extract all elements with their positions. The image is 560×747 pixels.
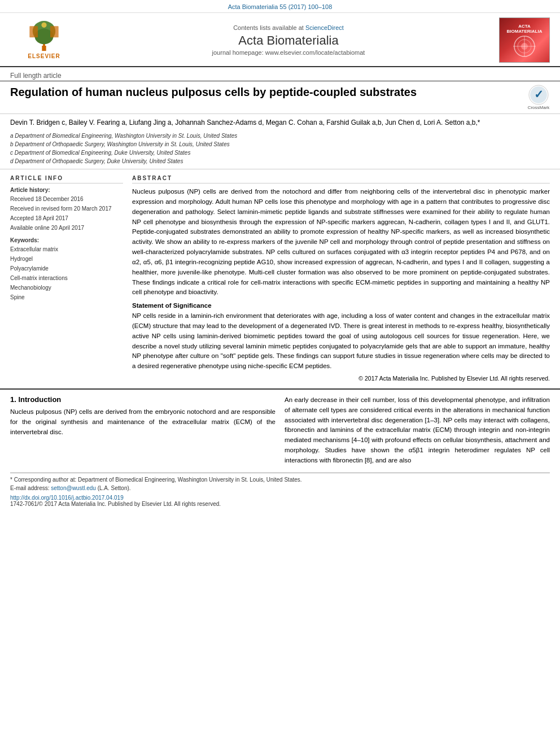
affiliation-b: b Department of Orthopaedic Surgery, Was… bbox=[10, 140, 550, 148]
article-history-label: Article history: bbox=[10, 187, 123, 193]
intro-left-col: 1. Introduction Nucleus pulposus (NP) ce… bbox=[10, 395, 275, 466]
abstract-header: Abstract bbox=[132, 175, 550, 184]
keyword-5: Mechanobiology bbox=[10, 283, 123, 292]
science-direct-text: Contents lists available at ScienceDirec… bbox=[78, 24, 499, 31]
article-type: Full length article bbox=[0, 67, 560, 81]
article-dates: Received 18 December 2016 Received in re… bbox=[10, 194, 123, 233]
intro-right-text: An early decrease in their cell number, … bbox=[285, 395, 550, 466]
affiliation-c: c Department of Biomedical Engineering, … bbox=[10, 148, 550, 157]
keyword-3: Polyacrylamide bbox=[10, 264, 123, 273]
article-title: Regulation of human nucleus pulposus cel… bbox=[10, 85, 522, 99]
intro-left-text: Nucleus pulposus (NP) cells are derived … bbox=[10, 407, 275, 437]
center-info: Contents lists available at ScienceDirec… bbox=[78, 24, 499, 56]
journal-title: Acta Biomaterialia bbox=[78, 33, 499, 48]
authors-text: Devin T. Bridgen c, Bailey V. Fearing a,… bbox=[10, 119, 480, 126]
svg-rect-5 bbox=[50, 26, 59, 37]
article-info-header: Article Info bbox=[10, 175, 123, 184]
keyword-6: Spine bbox=[10, 292, 123, 302]
keyword-4: Cell-matrix interactions bbox=[10, 273, 123, 283]
svg-text:✓: ✓ bbox=[534, 88, 544, 101]
copyright-line: © 2017 Acta Materialia Inc. Published by… bbox=[132, 375, 550, 382]
intro-title: 1. Introduction bbox=[10, 395, 275, 404]
top-bar: Acta Biomaterialia 55 (2017) 100–108 bbox=[0, 0, 560, 13]
svg-point-6 bbox=[41, 23, 46, 28]
elsevier-label: ELSEVIER bbox=[28, 53, 60, 59]
email-note: E-mail address: setton@wustl.edu (L.A. S… bbox=[10, 484, 550, 492]
received-date: Received 18 December 2016 bbox=[10, 194, 123, 204]
keyword-1: Extracellular matrix bbox=[10, 244, 123, 254]
issn-text: 1742-7061/© 2017 Acta Materialia Inc. Pu… bbox=[10, 501, 550, 507]
available-online-date: Available online 20 April 2017 bbox=[10, 223, 123, 233]
doi-link[interactable]: http://dx.doi.org/10.1016/j.actbio.2017.… bbox=[10, 495, 550, 501]
elsevier-logo: ELSEVIER bbox=[10, 21, 78, 59]
significance-text: NP cells reside in a laminin-rich enviro… bbox=[132, 311, 550, 372]
keyword-2: Hydrogel bbox=[10, 254, 123, 264]
accepted-date: Accepted 18 April 2017 bbox=[10, 213, 123, 223]
svg-rect-4 bbox=[29, 26, 38, 37]
science-direct-link[interactable]: ScienceDirect bbox=[305, 24, 344, 31]
affiliations-section: a Department of Biomedical Engineering, … bbox=[0, 130, 560, 169]
intro-right-col: An early decrease in their cell number, … bbox=[285, 395, 550, 466]
introduction-section: 1. Introduction Nucleus pulposus (NP) ce… bbox=[0, 390, 560, 466]
email-link[interactable]: setton@wustl.edu bbox=[51, 485, 96, 491]
affiliation-d: d Department of Orthopaedic Surgery, Duk… bbox=[10, 157, 550, 165]
crossmark-label: CrossMark bbox=[528, 105, 550, 110]
crossmark[interactable]: ✓ CrossMark bbox=[527, 85, 550, 110]
footnote-section: * Corresponding author at: Department of… bbox=[10, 473, 550, 507]
cover-text-top: ACTABIOMATERIALIA bbox=[506, 23, 544, 35]
revised-date: Received in revised form 20 March 2017 bbox=[10, 204, 123, 213]
article-info-column: Article Info Article history: Received 1… bbox=[10, 175, 123, 382]
two-col-section: Article Info Article history: Received 1… bbox=[0, 169, 560, 382]
corresponding-author-note: * Corresponding author at: Department of… bbox=[10, 475, 550, 484]
article-title-section: Regulation of human nucleus pulposus cel… bbox=[0, 81, 560, 114]
keywords-list: Extracellular matrix Hydrogel Polyacryla… bbox=[10, 244, 123, 302]
journal-citation: Acta Biomaterialia 55 (2017) 100–108 bbox=[228, 3, 333, 10]
statement-header: Statement of Significance bbox=[132, 302, 550, 309]
authors-section: Devin T. Bridgen c, Bailey V. Fearing a,… bbox=[0, 114, 560, 130]
journal-homepage: journal homepage: www.elsevier.com/locat… bbox=[78, 49, 499, 56]
journal-cover-image: ACTABIOMATERIALIA bbox=[499, 18, 550, 63]
keywords-label: Keywords: bbox=[10, 237, 123, 243]
affiliation-a: a Department of Biomedical Engineering, … bbox=[10, 132, 550, 140]
abstract-column: Abstract Nucleus pulposus (NP) cells are… bbox=[132, 175, 550, 382]
abstract-main-text: Nucleus pulposus (NP) cells are derived … bbox=[132, 187, 550, 298]
journal-header: ELSEVIER Contents lists available at Sci… bbox=[0, 13, 560, 67]
